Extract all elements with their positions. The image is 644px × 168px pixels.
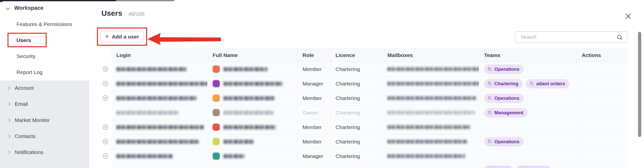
remove-circle-icon — [102, 153, 108, 159]
avatar — [212, 109, 220, 116]
redacted-mailboxes — [388, 67, 479, 71]
licence-cell: Chartering — [330, 62, 382, 76]
licence-cell: Chartering — [330, 91, 382, 105]
settings-sidebar: Workspace Features & Permissions Users S… — [0, 0, 89, 168]
team-badge-label: Chartering — [494, 81, 518, 86]
login-cell — [112, 91, 207, 105]
col-header-mailboxes: Mailboxes — [382, 49, 479, 62]
role-cell: Manager — [297, 149, 330, 163]
col-header-actions: Actions — [576, 49, 628, 62]
sidebar-item-account[interactable]: Account — [15, 85, 34, 91]
licence-cell: Chartering — [330, 134, 382, 149]
magnifier-icon[interactable] — [616, 34, 623, 41]
table-body: MemberCharteringOperationsManagerCharter… — [100, 62, 628, 168]
sidebar-item-notifications[interactable]: Notifications — [15, 149, 43, 155]
table-row: MemberCharteringOperations — [100, 62, 628, 77]
table-row: MemberChartering — [100, 120, 628, 134]
redacted-mailboxes — [388, 125, 470, 129]
team-badge — [484, 165, 513, 168]
avatar — [212, 66, 220, 73]
fullname-cell — [207, 120, 297, 134]
users-table: Login Full Name Role Licence Mailboxes T… — [100, 49, 628, 168]
table-header: Login Full Name Role Licence Mailboxes T… — [100, 49, 628, 62]
remove-circle-icon — [102, 124, 108, 130]
redacted-login — [116, 67, 186, 71]
team-badge: Chartering — [484, 79, 522, 88]
fullname-cell — [207, 163, 297, 168]
close-button[interactable] — [624, 12, 632, 21]
chevron-down-icon[interactable] — [5, 6, 10, 12]
remove-user-button[interactable] — [102, 66, 109, 73]
remove-user-button[interactable] — [102, 81, 109, 87]
row-delete-cell — [100, 149, 112, 163]
redacted-mailboxes — [388, 140, 468, 143]
page-title: Users — [102, 9, 122, 18]
redacted-name — [224, 82, 282, 86]
avatar — [212, 94, 220, 102]
vertical-scrollbar[interactable] — [638, 32, 641, 137]
mailboxes-cell — [382, 62, 479, 76]
fullname-cell — [207, 149, 297, 163]
login-cell — [112, 62, 207, 76]
role-cell: Member — [297, 91, 330, 105]
team-badge — [516, 165, 551, 168]
teams-cell: Charteringatlant orders — [479, 77, 576, 91]
role-cell: Member — [297, 120, 330, 134]
remove-user-button[interactable] — [102, 138, 109, 145]
avatar — [212, 152, 220, 160]
table-row-partial — [100, 163, 628, 168]
team-badge: Management — [484, 108, 528, 117]
remove-user-button[interactable] — [102, 95, 109, 101]
team-badge-label: atlant orders — [536, 81, 565, 86]
col-header-role: Role — [297, 49, 330, 62]
chevron-right-icon — [7, 150, 12, 155]
remove-user-button[interactable] — [102, 153, 109, 159]
fullname-cell — [207, 105, 297, 120]
remove-user-button[interactable] — [102, 124, 109, 130]
window-edge-gray-bar — [116, 0, 174, 1]
people-icon — [487, 110, 492, 115]
team-badge-label: Operations — [494, 67, 519, 72]
redacted-login — [116, 140, 199, 144]
annotation-arrow — [147, 31, 222, 47]
role-cell: Member — [297, 134, 330, 149]
annotation-box-add-user — [97, 28, 147, 46]
table-row: OwnerCharteringManagement — [100, 105, 628, 120]
avatar — [212, 123, 220, 131]
mailboxes-cell — [382, 149, 479, 163]
people-icon — [487, 67, 492, 72]
chevron-right-icon — [7, 118, 12, 123]
chevron-right-icon — [7, 85, 12, 90]
sidebar-section-workspace[interactable]: Workspace — [14, 5, 44, 11]
actions-cell — [576, 77, 628, 91]
login-cell — [112, 163, 207, 168]
sidebar-item-contacts[interactable]: Contacts — [15, 133, 36, 139]
sidebar-item-features-permissions[interactable]: Features & Permissions — [16, 21, 72, 27]
sidebar-item-report-log[interactable]: Report Log — [16, 69, 42, 75]
login-cell — [112, 134, 207, 149]
team-badge-label: Operations — [494, 139, 519, 144]
mailboxes-cell — [382, 134, 479, 149]
teams-cell — [479, 120, 576, 134]
teams-cell: Operations — [479, 91, 576, 105]
redacted-name — [224, 140, 254, 144]
remove-circle-icon — [102, 95, 108, 101]
user-count: 46/100 — [128, 11, 144, 17]
sidebar-item-security[interactable]: Security — [16, 53, 36, 59]
redacted-login — [116, 125, 204, 129]
login-cell — [112, 120, 207, 134]
actions-cell — [576, 120, 628, 134]
table-row: ManagerCharteringCharteringatlant orders — [100, 77, 628, 91]
redacted-name — [224, 67, 267, 71]
role-cell: Member — [297, 62, 330, 76]
remove-circle-icon — [102, 138, 108, 144]
actions-cell — [576, 134, 628, 149]
search-input[interactable] — [520, 34, 616, 40]
avatar — [212, 138, 220, 145]
mailboxes-cell — [382, 163, 479, 168]
sidebar-item-email[interactable]: Email — [15, 101, 28, 107]
licence-cell: Chartering — [330, 149, 382, 163]
sidebar-item-market-monitor[interactable]: Market Monitor — [15, 117, 50, 123]
actions-cell — [576, 62, 628, 76]
actions-cell — [576, 91, 628, 105]
